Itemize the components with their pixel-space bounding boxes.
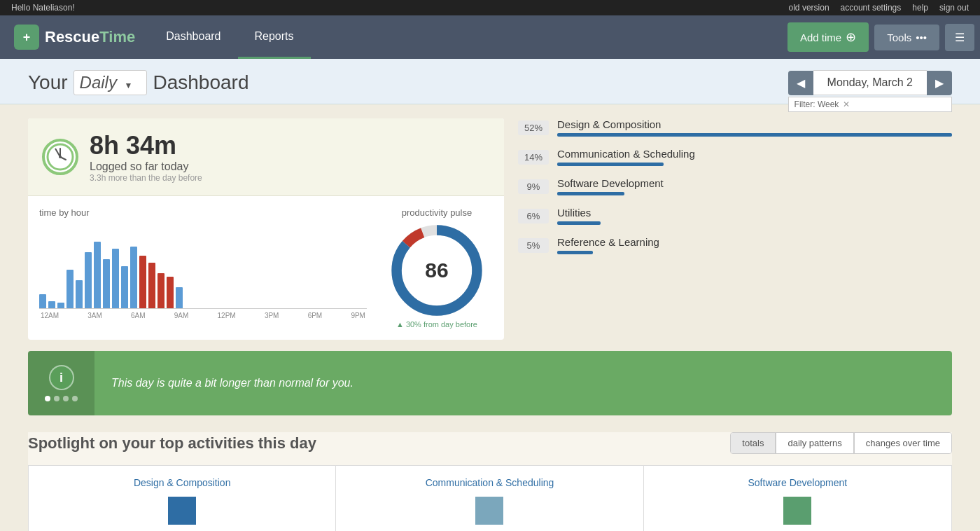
time-by-hour-area: time by hour 12AM3AM6AM9AM12PM3PM6PM9PM xyxy=(39,207,367,329)
nav-right: Add time ⊕ Tools ••• ☰ xyxy=(785,15,980,59)
svg-point-3 xyxy=(59,156,62,158)
spotlight-title: Spotlight on your top activities this da… xyxy=(28,434,316,453)
spotlight-col-bar-2 xyxy=(783,497,811,525)
logged-time-sub: 3.3h more than the day before xyxy=(90,173,202,183)
category-pct: 52% xyxy=(518,120,549,135)
category-pct: 14% xyxy=(518,150,549,165)
tab-changes-over-time[interactable]: changes over time xyxy=(854,433,951,453)
topbar: Hello Nateliason! old version account se… xyxy=(0,0,980,15)
old-version-link[interactable]: old version xyxy=(789,3,830,13)
tools-button[interactable]: Tools ••• xyxy=(874,25,939,50)
date-display: Monday, March 2 xyxy=(813,70,927,95)
bar xyxy=(167,277,174,308)
filter-close-icon[interactable]: ✕ xyxy=(843,99,850,109)
info-dot-2[interactable] xyxy=(54,396,59,401)
list-icon: ☰ xyxy=(955,32,965,43)
category-pct: 5% xyxy=(518,238,549,253)
navbar: + RescueTime Dashboard Reports Add time … xyxy=(0,15,980,59)
spotlight-col-0: Design & Composition xyxy=(29,466,336,531)
info-dot-1[interactable] xyxy=(45,396,50,401)
nav-dashboard[interactable]: Dashboard xyxy=(149,15,237,59)
category-pct: 9% xyxy=(518,179,549,194)
filter-badge: Filter: Week ✕ xyxy=(788,97,952,112)
list-icon-button[interactable]: ☰ xyxy=(945,24,974,51)
category-row: 9%Software Development xyxy=(518,177,952,195)
spotlight-header: Spotlight on your top activities this da… xyxy=(28,432,952,454)
donut-score: 86 xyxy=(425,258,448,282)
bar xyxy=(39,294,46,308)
account-settings-link[interactable]: account settings xyxy=(841,3,902,13)
daily-selector[interactable]: Daily ▼ xyxy=(74,70,148,95)
logged-time-bar: 8h 34m Logged so far today 3.3h more tha… xyxy=(28,118,504,196)
bar-x-label: 12PM xyxy=(218,312,236,319)
category-name: Design & Composition xyxy=(557,118,952,130)
spotlight-section: Spotlight on your top activities this da… xyxy=(28,432,952,531)
bar-x-label: 12AM xyxy=(41,312,59,319)
left-panel: 8h 34m Logged so far today 3.3h more tha… xyxy=(28,118,504,340)
donut-chart: 86 xyxy=(391,225,482,316)
category-col: Reference & Learning xyxy=(557,236,952,254)
help-link[interactable]: help xyxy=(912,3,928,13)
info-dots xyxy=(45,396,78,401)
logged-hours: 8h 34m xyxy=(90,131,176,160)
tab-totals[interactable]: totals xyxy=(731,433,776,453)
bar xyxy=(139,256,146,308)
logo-time: Time xyxy=(99,28,135,46)
dashboard-label: Dashboard xyxy=(153,71,248,94)
bar xyxy=(148,263,155,308)
header-section: Your Daily ▼ Dashboard ◀ Monday, March 2… xyxy=(0,59,980,104)
category-bar-wrap xyxy=(557,133,952,137)
add-time-label: Add time xyxy=(800,32,841,43)
date-nav: ◀ Monday, March 2 ▶ Filter: Week ✕ xyxy=(788,70,952,95)
charts-row: time by hour 12AM3AM6AM9AM12PM3PM6PM9PM … xyxy=(28,196,504,340)
category-bar xyxy=(557,221,601,225)
logo-text: RescueTime xyxy=(45,28,135,46)
info-icon-area: i xyxy=(28,351,94,415)
category-bar xyxy=(557,192,624,195)
spotlight-col-1: Communication & Scheduling xyxy=(336,466,643,531)
category-name: Software Development xyxy=(557,177,952,189)
bar-x-label: 3AM xyxy=(88,312,102,319)
tab-daily-patterns[interactable]: daily patterns xyxy=(776,433,853,453)
logo: + RescueTime xyxy=(0,15,149,59)
nav-reports[interactable]: Reports xyxy=(238,15,311,59)
topbar-links: old version account settings help sign o… xyxy=(789,3,969,13)
filter-label: Filter: Week xyxy=(794,99,839,109)
bar xyxy=(76,280,83,308)
top-panels: 8h 34m Logged so far today 3.3h more tha… xyxy=(28,118,952,340)
category-col: Communication & Scheduling xyxy=(557,148,952,166)
date-prev-button[interactable]: ◀ xyxy=(788,71,813,95)
bar xyxy=(103,259,110,308)
category-bar-wrap xyxy=(557,251,952,254)
add-time-button[interactable]: Add time ⊕ xyxy=(788,22,869,52)
category-bar-wrap xyxy=(557,221,952,225)
bar-x-label: 9AM xyxy=(174,312,189,319)
category-bar-wrap xyxy=(557,163,952,166)
productivity-pulse-label: productivity pulse xyxy=(381,207,493,218)
pulse-from-day: ▲ 30% from day before xyxy=(381,320,493,329)
productivity-pulse-area: productivity pulse 86 xyxy=(381,207,493,329)
category-name: Utilities xyxy=(557,207,952,219)
category-row: 14%Communication & Scheduling xyxy=(518,148,952,166)
spotlight-col-title-1: Communication & Scheduling xyxy=(347,477,631,488)
info-dot-3[interactable] xyxy=(63,396,69,401)
bar xyxy=(121,266,128,308)
spotlight-tabs: totals daily patterns changes over time xyxy=(730,432,952,454)
your-label: Your xyxy=(28,71,68,94)
bar-x-label: 6PM xyxy=(308,312,323,319)
clock-icon xyxy=(42,139,78,175)
spotlight-col-bar-0 xyxy=(168,497,196,525)
category-bar-wrap xyxy=(557,192,952,195)
date-next-button[interactable]: ▶ xyxy=(927,71,952,95)
category-pct: 6% xyxy=(518,209,549,223)
logo-rescue: Rescue xyxy=(45,28,99,46)
logo-icon: + xyxy=(14,25,39,50)
tools-label: Tools xyxy=(887,32,911,43)
category-col: Software Development xyxy=(557,177,952,195)
bar xyxy=(48,301,55,308)
bar-x-label: 6AM xyxy=(131,312,146,319)
info-dot-4[interactable] xyxy=(72,396,78,401)
sign-out-link[interactable]: sign out xyxy=(939,3,969,13)
right-panel: 52%Design & Composition14%Communication … xyxy=(518,118,952,340)
add-time-plus-icon: ⊕ xyxy=(846,29,856,45)
